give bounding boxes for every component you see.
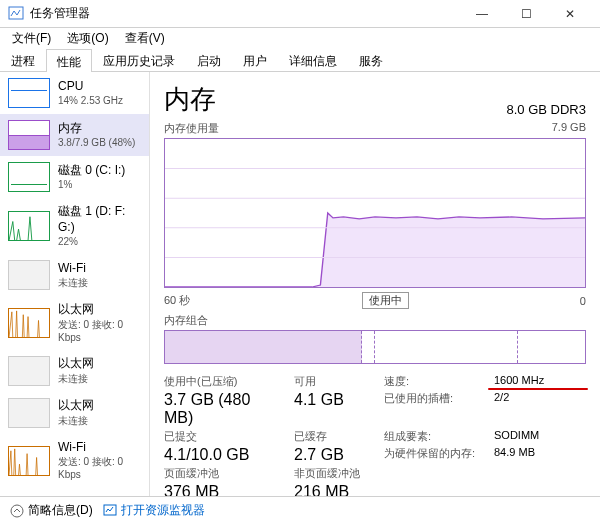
ethernet-thumb-icon (8, 356, 50, 386)
titlebar: 任务管理器 — ☐ ✕ (0, 0, 600, 28)
sidebar-item-label: 内存 (58, 121, 135, 137)
tab-services[interactable]: 服务 (348, 48, 394, 71)
speed-label: 速度: (384, 374, 484, 389)
menu-view[interactable]: 查看(V) (119, 28, 171, 49)
tab-users[interactable]: 用户 (232, 48, 278, 71)
chart-used-button[interactable]: 使用中 (362, 292, 409, 309)
tabs: 进程 性能 应用历史记录 启动 用户 详细信息 服务 (0, 48, 600, 72)
chart-y-max: 7.9 GB (552, 121, 586, 136)
sidebar-item-label: Wi-Fi (58, 440, 141, 456)
menu-file[interactable]: 文件(F) (6, 28, 57, 49)
ethernet-thumb-icon (8, 308, 50, 338)
sidebar-item-ethernet-dc2[interactable]: 以太网未连接 (0, 392, 149, 434)
sidebar-item-label: 磁盘 0 (C: I:) (58, 163, 125, 179)
sidebar-item-disk0[interactable]: 磁盘 0 (C: I:)1% (0, 156, 149, 198)
sidebar-item-label: CPU (58, 79, 123, 95)
maximize-button[interactable]: ☐ (504, 0, 548, 28)
chevron-up-circle-icon (10, 504, 24, 518)
sidebar-item-cpu[interactable]: CPU14% 2.53 GHz (0, 72, 149, 114)
wifi-thumb-icon (8, 446, 50, 476)
in-use-value: 3.7 GB (480 MB) (164, 391, 284, 427)
memory-composition-chart (164, 330, 586, 364)
memory-thumb-icon (8, 120, 50, 150)
paged-label: 页面缓冲池 (164, 466, 284, 481)
sidebar-item-sub: 未连接 (58, 372, 94, 385)
sidebar-item-sub: 发送: 0 接收: 0 Kbps (58, 318, 141, 344)
nonpaged-value: 216 MB (294, 483, 374, 496)
avail-value: 4.1 GB (294, 391, 374, 427)
fewer-details-button[interactable]: 简略信息(D) (10, 502, 93, 519)
menu-options[interactable]: 选项(O) (61, 28, 114, 49)
nonpaged-label: 非页面缓冲池 (294, 466, 374, 481)
memory-usage-chart (164, 138, 586, 288)
sidebar-item-sub: 14% 2.53 GHz (58, 94, 123, 107)
wifi-thumb-icon (8, 260, 50, 290)
chart-y-label: 内存使用量 (164, 121, 219, 136)
sidebar-item-ethernet[interactable]: 以太网发送: 0 接收: 0 Kbps (0, 296, 149, 350)
slots-label: 已使用的插槽: (384, 391, 484, 427)
sidebar-item-label: 以太网 (58, 302, 141, 318)
disk-thumb-icon (8, 211, 50, 241)
close-button[interactable]: ✕ (548, 0, 592, 28)
compo-free (518, 331, 585, 363)
svg-rect-6 (104, 505, 116, 515)
sidebar-item-sub: 1% (58, 178, 125, 191)
speed-value: 1600 MHz (494, 374, 584, 389)
sidebar-item-sub: 22% (58, 235, 141, 248)
menubar: 文件(F) 选项(O) 查看(V) (0, 28, 600, 48)
ethernet-thumb-icon (8, 398, 50, 428)
app-icon (8, 6, 24, 22)
cached-label: 已缓存 (294, 429, 374, 444)
avail-label: 可用 (294, 374, 374, 389)
sidebar-item-wifi-dc[interactable]: Wi-Fi未连接 (0, 254, 149, 296)
open-resource-monitor-link[interactable]: 打开资源监视器 (103, 502, 205, 519)
chart-x-left: 60 秒 (164, 293, 190, 308)
cpu-thumb-icon (8, 78, 50, 108)
sidebar-item-sub: 未连接 (58, 414, 94, 427)
tab-performance[interactable]: 性能 (46, 49, 92, 72)
svg-point-5 (11, 505, 23, 517)
slots-value: 2/2 (494, 391, 584, 427)
sidebar-item-label: 以太网 (58, 356, 94, 372)
detail-spec: 8.0 GB DDR3 (507, 102, 586, 117)
hw-reserved-value: 84.9 MB (494, 446, 584, 464)
tab-details[interactable]: 详细信息 (278, 48, 348, 71)
hw-reserved-label: 为硬件保留的内存: (384, 446, 484, 464)
tab-startup[interactable]: 启动 (186, 48, 232, 71)
detail-title: 内存 (164, 82, 216, 117)
sidebar-item-label: 以太网 (58, 398, 94, 414)
in-use-label: 使用中(已压缩) (164, 374, 284, 389)
open-resource-monitor-label: 打开资源监视器 (121, 502, 205, 519)
form-label: 组成要素: (384, 429, 484, 444)
fewer-details-label: 简略信息(D) (28, 502, 93, 519)
resource-monitor-icon (103, 504, 117, 518)
sidebar-item-wifi[interactable]: Wi-Fi发送: 0 接收: 0 Kbps (0, 434, 149, 488)
tab-app-history[interactable]: 应用历史记录 (92, 48, 186, 71)
tab-processes[interactable]: 进程 (0, 48, 46, 71)
bottombar: 简略信息(D) 打开资源监视器 (0, 496, 600, 524)
sidebar-item-disk1[interactable]: 磁盘 1 (D: F: G:)22% (0, 198, 149, 254)
sidebar-item-sub: 发送: 0 接收: 0 Kbps (58, 455, 141, 481)
window-title: 任务管理器 (30, 5, 460, 22)
sidebar-item-ethernet-dc[interactable]: 以太网未连接 (0, 350, 149, 392)
form-value: SODIMM (494, 429, 584, 444)
compo-in-use (165, 331, 362, 363)
cached-value: 2.7 GB (294, 446, 374, 464)
chart-x-right: 0 (580, 295, 586, 307)
disk-thumb-icon (8, 162, 50, 192)
paged-value: 376 MB (164, 483, 284, 496)
composition-label: 内存组合 (164, 313, 586, 328)
sidebar-item-memory[interactable]: 内存3.8/7.9 GB (48%) (0, 114, 149, 156)
detail-pane: 内存 8.0 GB DDR3 内存使用量 7.9 GB 60 秒 使用中 0 内… (150, 72, 600, 496)
committed-value: 4.1/10.0 GB (164, 446, 284, 464)
committed-label: 已提交 (164, 429, 284, 444)
compo-standby (375, 331, 518, 363)
sidebar-item-label: 磁盘 1 (D: F: G:) (58, 204, 141, 235)
sidebar-item-sub: 3.8/7.9 GB (48%) (58, 136, 135, 149)
minimize-button[interactable]: — (460, 0, 504, 28)
sidebar: CPU14% 2.53 GHz 内存3.8/7.9 GB (48%) 磁盘 0 … (0, 72, 150, 496)
sidebar-item-label: Wi-Fi (58, 261, 88, 277)
compo-modified (362, 331, 375, 363)
stats-grid: 使用中(已压缩) 可用 速度: 1600 MHz 3.7 GB (480 MB)… (164, 374, 586, 496)
sidebar-item-sub: 未连接 (58, 276, 88, 289)
